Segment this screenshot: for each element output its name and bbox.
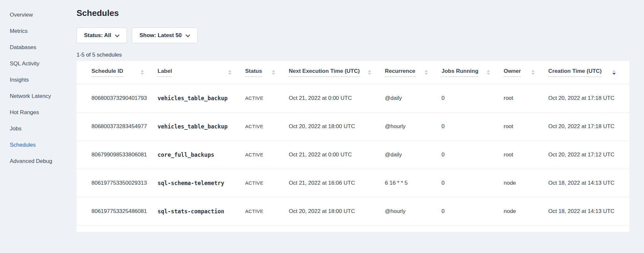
column-header-jobs-running[interactable]: Jobs Running [441,61,504,84]
column-label: Jobs Running [441,68,478,77]
sidebar-item-advanced-debug[interactable]: Advanced Debug [0,153,70,169]
cell-creation-time-utc: Oct 18, 2022 at 14:13 UTC [548,169,629,197]
cell-owner: root [504,140,548,169]
cell-owner: root [504,84,548,112]
show-limit-dropdown[interactable]: Show: Latest 50 [132,28,197,43]
sort-arrows-icon[interactable] [425,70,428,75]
sort-asc-icon [141,70,144,72]
table-row[interactable]: 806800373283454977vehicles_table_backupA… [77,112,629,140]
cell-status: ACTIVE [245,169,289,197]
cell-owner: root [504,112,548,140]
cell-schedule-id: 806197753350029313 [77,169,158,197]
cell-next-execution-time-utc: Oct 21, 2022 at 16:06 UTC [289,169,385,197]
column-header-label[interactable]: Label [158,61,245,84]
cell-jobs-running: 0 [441,140,504,169]
status-filter-dropdown[interactable]: Status: All [77,28,127,43]
cell-recurrence: 6 16 * * 5 [385,169,441,197]
cell-owner: node [504,169,548,197]
sort-desc-icon [228,73,231,75]
column-label: Label [158,68,172,77]
cell-next-execution-time-utc: Oct 20, 2022 at 18:00 UTC [289,112,385,140]
sort-arrows-icon[interactable] [228,70,231,75]
column-header-recurrence[interactable]: Recurrence [385,61,441,84]
cell-recurrence: @daily [385,140,441,169]
cell-label: sql-stats-compaction [158,197,245,225]
sort-desc-icon [612,73,616,75]
column-header-creation-time-utc[interactable]: Creation Time (UTC) [548,61,629,84]
column-label: Schedule ID [91,68,123,77]
cell-creation-time-utc: Oct 20, 2022 at 17:18 UTC [548,112,629,140]
sort-desc-icon [368,73,371,75]
cell-recurrence: @hourly [385,197,441,225]
sort-asc-icon [228,70,231,72]
column-header-schedule-id[interactable]: Schedule ID [77,61,158,84]
cell-status: ACTIVE [245,84,289,112]
cell-label: vehicles_table_backup [158,84,245,112]
cell-label: core_full_backups [158,140,245,169]
sort-desc-icon [272,73,275,75]
sort-desc-icon [487,73,490,75]
sort-asc-icon [272,70,275,72]
main-content: Schedules Status: All Show: Latest 50 1-… [77,0,629,232]
cell-schedule-id: 806197753325486081 [77,197,158,225]
cell-jobs-running: 0 [441,112,504,140]
page-title: Schedules [77,8,629,18]
cell-creation-time-utc: Oct 20, 2022 at 17:18 UTC [548,84,629,112]
cell-next-execution-time-utc: Oct 21, 2022 at 0:00 UTC [289,84,385,112]
sidebar-item-schedules[interactable]: Schedules [0,137,70,153]
sort-arrows-icon[interactable] [368,70,371,75]
table-row[interactable]: 806799098533806081core_full_backupsACTIV… [77,140,629,169]
sort-asc-icon [531,70,535,72]
sort-asc-icon [368,70,371,72]
sidebar-nav: OverviewMetricsDatabasesSQL ActivityInsi… [0,0,70,253]
cell-jobs-running: 0 [441,84,504,112]
cell-status: ACTIVE [245,112,289,140]
show-limit-label: Show: Latest 50 [139,32,181,39]
column-label: Owner [504,68,521,77]
sort-arrows-icon[interactable] [141,70,144,75]
sidebar-item-hot-ranges[interactable]: Hot Ranges [0,104,70,121]
cell-recurrence: @hourly [385,112,441,140]
sidebar-item-insights[interactable]: Insights [0,72,70,88]
schedules-table-card: Schedule IDLabelStatusNext Execution Tim… [77,61,629,232]
schedules-table: Schedule IDLabelStatusNext Execution Tim… [77,61,629,226]
sort-asc-icon [487,70,490,72]
cell-schedule-id: 806799098533806081 [77,140,158,169]
column-header-owner[interactable]: Owner [504,61,548,84]
sidebar-item-jobs[interactable]: Jobs [0,121,70,137]
cell-next-execution-time-utc: Oct 20, 2022 at 18:00 UTC [289,197,385,225]
sidebar-item-sql-activity[interactable]: SQL Activity [0,56,70,72]
sidebar-item-databases[interactable]: Databases [0,39,70,56]
cell-creation-time-utc: Oct 18, 2022 at 14:13 UTC [548,197,629,225]
sort-arrows-icon[interactable] [272,70,275,75]
table-row[interactable]: 806197753350029313sql-schema-telemetryAC… [77,169,629,197]
sort-desc-icon [425,73,428,75]
table-row[interactable]: 806197753325486081sql-stats-compactionAC… [77,197,629,225]
sort-asc-icon [612,70,616,72]
cell-jobs-running: 0 [441,169,504,197]
sidebar-item-metrics[interactable]: Metrics [0,23,70,39]
cell-label: sql-schema-telemetry [158,169,245,197]
sort-arrows-icon[interactable] [531,70,535,75]
app-window: OverviewMetricsDatabasesSQL ActivityInsi… [0,0,644,253]
sort-desc-icon [141,73,144,75]
column-label: Recurrence [385,68,415,77]
cell-schedule-id: 806800373283454977 [77,112,158,140]
cell-status: ACTIVE [245,140,289,169]
table-row[interactable]: 806800373290401793vehicles_table_backupA… [77,84,629,112]
column-header-next-execution-time-utc[interactable]: Next Execution Time (UTC) [289,61,385,84]
sort-desc-icon [531,73,535,75]
column-label: Next Execution Time (UTC) [289,68,360,77]
sidebar-item-network-latency[interactable]: Network Latency [0,88,70,104]
column-label: Status [245,68,262,77]
cell-jobs-running: 0 [441,197,504,225]
sort-arrows-icon[interactable] [612,70,616,75]
column-header-status[interactable]: Status [245,61,289,84]
table-header-row: Schedule IDLabelStatusNext Execution Tim… [77,61,629,84]
cell-recurrence: @daily [385,84,441,112]
cell-creation-time-utc: Oct 20, 2022 at 17:12 UTC [548,140,629,169]
cell-label: vehicles_table_backup [158,112,245,140]
sort-arrows-icon[interactable] [487,70,490,75]
sidebar-item-overview[interactable]: Overview [0,7,70,23]
results-count: 1-5 of 5 schedules [77,51,629,59]
